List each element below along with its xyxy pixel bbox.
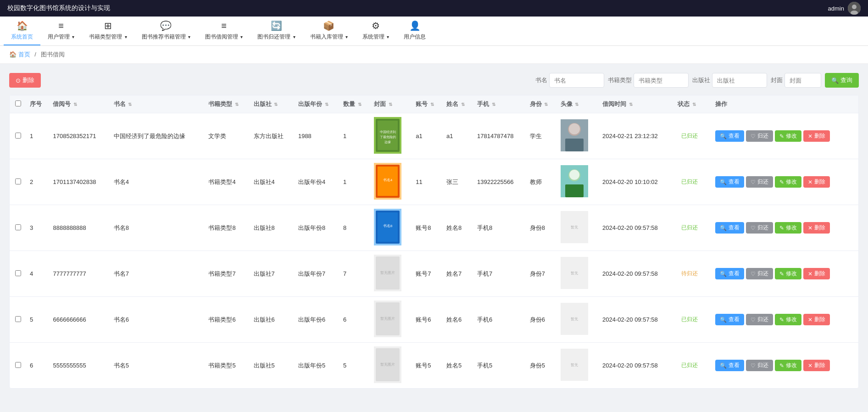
cell-borrow-time: 2024-02-20 09:57:58 <box>599 251 674 297</box>
svg-text:边缘: 边缘 <box>384 140 391 144</box>
nav-user[interactable]: ≡ 用户管理 ▾ <box>40 17 82 45</box>
cell-pub-year: 出版年份7 <box>295 251 339 297</box>
user-avatar-image: 暂无 <box>561 257 595 290</box>
book-type-input[interactable] <box>634 73 689 88</box>
row-checkbox-cell <box>10 297 26 343</box>
publisher-input[interactable] <box>712 73 767 88</box>
return-button[interactable]: ♡ 归还 <box>746 130 773 142</box>
search-button[interactable]: 🔍 查询 <box>825 73 859 88</box>
return-button[interactable]: ♡ 归还 <box>746 314 773 325</box>
return-button[interactable]: ♡ 归还 <box>746 268 773 279</box>
cell-borrow-no: 1701137402838 <box>49 159 110 205</box>
svg-text:暂无: 暂无 <box>571 271 578 275</box>
svg-text:书名4: 书名4 <box>383 178 393 182</box>
cell-pub-year: 出版年份4 <box>295 159 339 205</box>
sort-icon: ⇅ <box>629 102 633 107</box>
sort-icon: ⇅ <box>544 102 548 107</box>
row-checkbox[interactable] <box>15 178 21 184</box>
breadcrumb-current: 图书借阅 <box>41 51 65 58</box>
row-checkbox[interactable] <box>15 362 21 368</box>
row-checkbox[interactable] <box>15 224 21 230</box>
th-phone: 手机 ⇅ <box>473 95 526 113</box>
cell-borrow-time: 2024-02-20 09:57:58 <box>599 205 674 251</box>
edit-button[interactable]: ✎ 修改 <box>775 268 801 279</box>
cell-quantity: 7 <box>339 251 370 297</box>
view-button[interactable]: 🔍 查看 <box>715 360 744 371</box>
nav-bookrec[interactable]: 💬 图书推荐书籍管理 ▾ <box>134 17 198 45</box>
nav-stock[interactable]: 📦 书籍入库管理 ▾ <box>303 17 355 45</box>
cover-label: 封面 <box>771 76 783 84</box>
delete-button[interactable]: ✕ 删除 <box>803 130 830 142</box>
cell-account: 账号8 <box>412 205 443 251</box>
avatar[interactable] <box>848 2 861 15</box>
cell-book-name: 书名5 <box>110 343 205 389</box>
delete-button[interactable]: ✕ 删除 <box>803 314 830 325</box>
select-all-checkbox[interactable] <box>15 100 21 106</box>
search-book-type-group: 书籍类型 <box>608 73 689 88</box>
nav-system[interactable]: ⚙ 系统管理 ▾ <box>355 17 396 45</box>
row-checkbox[interactable] <box>15 270 21 276</box>
cover-input[interactable] <box>785 73 821 88</box>
nav-bar: 🏠 系统首页 ≡ 用户管理 ▾ ⊞ 书籍类型管理 ▾ 💬 图书推荐书籍管理 ▾ … <box>0 17 868 46</box>
heart-icon: ♡ <box>751 271 756 277</box>
view-button[interactable]: 🔍 查看 <box>715 176 744 188</box>
app-title: 校园数字化图书馆系统的设计与实现 <box>7 4 110 12</box>
delete-button[interactable]: ✕ 删除 <box>803 176 830 188</box>
cell-identity: 身份8 <box>526 205 557 251</box>
toolbar-right: 书名 书籍类型 出版社 封面 🔍 查询 <box>535 73 859 88</box>
cell-status: 已归还 <box>674 297 712 343</box>
edit-button[interactable]: ✎ 修改 <box>775 222 801 234</box>
edit-button[interactable]: ✎ 修改 <box>775 176 801 188</box>
book-cover-image: 中国经济到 了最危险的 边缘 <box>374 117 408 155</box>
return-button[interactable]: ♡ 归还 <box>746 176 773 188</box>
book-name-input[interactable] <box>549 73 604 88</box>
book-name-label: 书名 <box>535 76 547 84</box>
heart-icon: ♡ <box>751 225 756 231</box>
cell-phone: 13922225566 <box>473 159 526 205</box>
search-book-name-group: 书名 <box>535 73 604 88</box>
view-button[interactable]: 🔍 查看 <box>715 222 744 234</box>
cell-name: a1 <box>443 113 473 159</box>
book-cover-image: 暂无图片 <box>374 255 408 293</box>
delete-button[interactable]: ✕ 删除 <box>803 222 830 234</box>
nav-return[interactable]: 🔄 图书归还管理 ▾ <box>250 17 302 45</box>
breadcrumb-separator: / <box>34 51 36 58</box>
th-borrow-time: 借阅时间 ⇅ <box>599 95 674 113</box>
delete-icon: ✕ <box>808 271 812 277</box>
cell-publisher: 出版社7 <box>250 251 295 297</box>
view-button[interactable]: 🔍 查看 <box>715 130 744 142</box>
home-icon: 🏠 <box>17 20 28 31</box>
borrow-table-container: 序号 借阅号 ⇅ 书名 ⇅ 书籍类型 ⇅ 出版社 ⇅ 出版年份 ⇅ 数量 ⇅ 封… <box>9 95 859 389</box>
return-button[interactable]: ♡ 归还 <box>746 360 773 371</box>
cell-book-type: 书籍类型5 <box>205 343 250 389</box>
main-content: ⊙ 删除 书名 书籍类型 出版社 封面 🔍 查询 <box>0 64 868 398</box>
cell-account: 账号6 <box>412 297 443 343</box>
svg-text:暂无图片: 暂无图片 <box>380 317 395 321</box>
nav-userinfo-label: 用户信息 <box>404 33 426 41</box>
edit-button[interactable]: ✎ 修改 <box>775 130 801 142</box>
cell-borrow-no: 6666666666 <box>49 297 110 343</box>
cell-publisher: 东方出版社 <box>250 113 295 159</box>
sort-icon: ⇅ <box>575 102 579 107</box>
book-cover-image: 暂无图片 <box>374 301 408 339</box>
view-button[interactable]: 🔍 查看 <box>715 314 744 325</box>
svg-text:书名8: 书名8 <box>383 224 393 228</box>
nav-home[interactable]: 🏠 系统首页 <box>4 17 40 45</box>
view-button[interactable]: 🔍 查看 <box>715 268 744 279</box>
svg-text:中国经济到: 中国经济到 <box>379 130 395 134</box>
nav-booktype[interactable]: ⊞ 书籍类型管理 ▾ <box>82 17 134 45</box>
toolbar: ⊙ 删除 书名 书籍类型 出版社 封面 🔍 查询 <box>9 73 859 88</box>
batch-delete-button[interactable]: ⊙ 删除 <box>9 73 41 88</box>
nav-userinfo[interactable]: 👤 用户信息 <box>396 17 433 45</box>
delete-button[interactable]: ✕ 删除 <box>803 360 830 371</box>
edit-icon: ✎ <box>779 133 784 139</box>
delete-button[interactable]: ✕ 删除 <box>803 268 830 279</box>
row-checkbox[interactable] <box>15 316 21 322</box>
nav-borrow[interactable]: ≡ 图书借阅管理 ▾ <box>198 17 250 45</box>
return-button[interactable]: ♡ 归还 <box>746 222 773 234</box>
cell-quantity: 8 <box>339 205 370 251</box>
edit-button[interactable]: ✎ 修改 <box>775 314 801 325</box>
edit-button[interactable]: ✎ 修改 <box>775 360 801 371</box>
row-checkbox[interactable] <box>15 133 21 139</box>
breadcrumb-home-link[interactable]: 首页 <box>18 51 30 58</box>
